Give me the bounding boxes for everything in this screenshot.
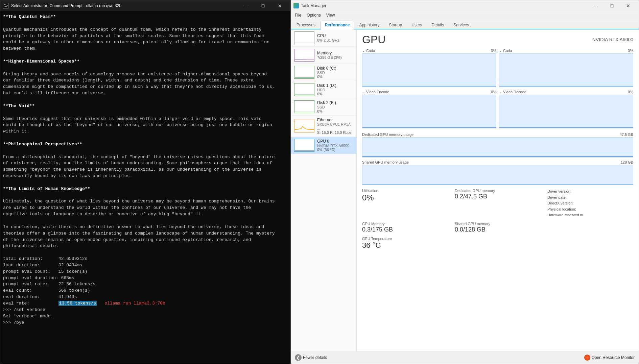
memory-value: 7/256 GB (3%) xyxy=(317,55,353,59)
cmd-maximize-button[interactable]: □ xyxy=(255,0,271,11)
cmd-minimize-button[interactable]: ─ xyxy=(238,0,254,11)
disk0-value: 0% xyxy=(317,75,353,79)
sidebar-item-gpu0[interactable]: GPU 0 NVIDIA RTX A6000 0% (36 °C) xyxy=(291,137,356,154)
resource-monitor-icon xyxy=(584,355,590,361)
stats-grid: Utilisation 0% Dedicated GPU memory 0.2/… xyxy=(362,189,633,249)
tm-menubar: File Options View xyxy=(291,11,639,19)
tm-main: CPU 0% 2.81 GHz Memory 7/256 GB (3%) xyxy=(291,29,639,351)
detail-model: NVIDIA RTX A6000 xyxy=(592,37,633,42)
chevron-icon-left: ⌄ xyxy=(362,49,365,53)
disk0-sub: SSD xyxy=(317,71,353,75)
cuda-chart-right xyxy=(499,53,633,87)
open-resource-monitor-button[interactable]: Open Resource Monitor xyxy=(584,355,635,361)
fewer-details-icon: ❮ xyxy=(295,354,302,361)
physical-location-label: Physical location: xyxy=(547,207,633,213)
dedicated-mem-label-text: Dedicated GPU memory usage xyxy=(362,132,413,137)
stat-shared-gpu-memory: Shared GPU memory 0.0/128 GB xyxy=(455,222,541,233)
tm-title-left: Task Manager xyxy=(293,3,326,8)
tm-bottombar: ❮ Fewer details Open Resource Monitor xyxy=(291,351,639,364)
gpu0-name: GPU 0 xyxy=(317,139,353,144)
shared-gpu-memory-value: 0.0/128 GB xyxy=(455,226,541,233)
memory-name: Memory xyxy=(317,51,353,55)
cpu-name: CPU xyxy=(317,33,353,38)
cuda-graphs-grid: ⌄ Cuda 0% ⌄ xyxy=(362,49,633,87)
menu-view[interactable]: View xyxy=(324,12,338,18)
cmd-close-button[interactable]: ✕ xyxy=(272,0,288,11)
stat-utilisation: Utilisation 0% xyxy=(362,189,448,218)
cuda-chart-left xyxy=(362,53,496,87)
dedicated-mem-chart xyxy=(362,137,633,157)
driver-date-label: Driver date: xyxy=(547,195,633,201)
ethernet-name: Ethernet xyxy=(317,118,353,122)
tm-sidebar: CPU 0% 2.81 GHz Memory 7/256 GB (3%) xyxy=(291,29,357,351)
cuda-label-text-right: Cuda xyxy=(503,49,512,53)
cmd-content[interactable]: **The Quantum Foam** Quantum mechanics i… xyxy=(0,11,290,364)
cpu-value: 0% 2.81 GHz xyxy=(317,38,353,42)
cuda-label-left: ⌄ Cuda 0% xyxy=(362,49,496,53)
gpu-memory-value: 0.3/175 GB xyxy=(362,226,448,233)
cuda-pct-right: 0% xyxy=(628,49,633,53)
cpu-mini-chart xyxy=(294,31,314,44)
stat-gpu-temp: GPU Temperature 36 °C xyxy=(362,237,448,249)
menu-file[interactable]: File xyxy=(292,12,304,18)
disk1-name: Disk 1 (D:) xyxy=(317,83,353,88)
cmd-app-icon: C> xyxy=(3,3,8,8)
dedicated-mem-stat-value: 0.2/47.5 GB xyxy=(455,193,541,200)
tab-processes[interactable]: Processes xyxy=(292,21,320,29)
tm-minimize-button[interactable]: ─ xyxy=(588,1,604,10)
sidebar-item-disk2[interactable]: Disk 2 (E:) SSD 0% xyxy=(291,98,356,116)
task-manager-window: Task Manager ─ □ ✕ File Options View Pro… xyxy=(291,0,639,364)
encode-chevron-icon: ⌄ xyxy=(362,90,365,94)
gpu-temp-label: GPU Temperature xyxy=(362,237,448,241)
cmd-title-left: C> Select Administrator: Command Prompt … xyxy=(3,3,121,8)
utilisation-label: Utilisation xyxy=(362,189,448,193)
svg-rect-2 xyxy=(499,54,633,87)
sidebar-item-disk0[interactable]: Disk 0 (C:) SSD 0% xyxy=(291,64,356,81)
open-resource-monitor-label: Open Resource Monitor xyxy=(592,355,635,360)
sidebar-item-cpu[interactable]: CPU 0% 2.81 GHz xyxy=(291,29,356,47)
disk1-value: 0% xyxy=(317,92,353,96)
disk0-name: Disk 0 (C:) xyxy=(317,66,353,71)
dedicated-mem-section: Dedicated GPU memory usage 47.5 GB xyxy=(362,132,633,157)
shared-mem-label: Shared GPU memory usage 128 GB xyxy=(362,160,633,164)
shared-mem-size: 128 GB xyxy=(621,160,633,164)
ethernet-value: S: 16.0 R: 16.0 Kbps xyxy=(317,130,353,135)
menu-options[interactable]: Options xyxy=(304,12,323,18)
svg-rect-10 xyxy=(362,165,633,185)
tab-performance[interactable]: Performance xyxy=(321,21,354,29)
stat-driver-info: Driver version: Driver date: DirectX ver… xyxy=(547,189,633,218)
disk0-sidebar-info: Disk 0 (C:) SSD 0% xyxy=(317,66,353,79)
decode-chart xyxy=(499,95,633,128)
cmd-titlebar: C> Select Administrator: Command Prompt … xyxy=(0,0,290,11)
tab-startup[interactable]: Startup xyxy=(384,21,406,29)
tab-services[interactable]: Services xyxy=(449,21,473,29)
dedicated-mem-label: Dedicated GPU memory usage 47.5 GB xyxy=(362,132,633,137)
fewer-details-button[interactable]: ❮ Fewer details xyxy=(295,354,327,361)
gpu0-value: 0% (36 °C) xyxy=(317,148,353,152)
sidebar-item-disk1[interactable]: Disk 1 (D:) HDD 0% xyxy=(291,81,356,98)
memory-sidebar-info: Memory 7/256 GB (3%) xyxy=(317,51,353,59)
tm-titlebar: Task Manager ─ □ ✕ xyxy=(291,0,639,11)
disk1-sub: HDD xyxy=(317,88,353,92)
tm-close-button[interactable]: ✕ xyxy=(620,1,636,10)
gpu0-sub: NVIDIA RTX A6000 xyxy=(317,144,353,148)
ethernet-sidebar-info: Ethernet SXB3A CPU1 RP1A ... S: 16.0 R: … xyxy=(317,118,353,135)
cuda-graph-left: ⌄ Cuda 0% xyxy=(362,49,496,87)
decode-label-text: Video Decode xyxy=(503,90,526,94)
svg-rect-8 xyxy=(362,138,633,157)
svg-rect-4 xyxy=(362,95,496,128)
cuda-label-text-left: Cuda xyxy=(366,49,375,53)
tab-users[interactable]: Users xyxy=(407,21,426,29)
shared-mem-chart xyxy=(362,165,633,185)
tm-maximize-button[interactable]: □ xyxy=(604,1,620,10)
cmd-text-block: **The Quantum Foam** Quantum mechanics i… xyxy=(3,14,288,326)
sidebar-item-memory[interactable]: Memory 7/256 GB (3%) xyxy=(291,47,356,64)
tab-details[interactable]: Details xyxy=(427,21,448,29)
disk1-mini-chart xyxy=(294,83,314,96)
tm-app-icon xyxy=(293,3,299,8)
stat-dedicated-mem: Dedicated GPU memory 0.2/47.5 GB xyxy=(455,189,541,218)
tab-app-history[interactable]: App history xyxy=(355,21,384,29)
encode-label: ⌄ Video Encode 0% xyxy=(362,90,496,94)
sidebar-item-ethernet[interactable]: Ethernet SXB3A CPU1 RP1A ... S: 16.0 R: … xyxy=(291,116,356,137)
svg-rect-6 xyxy=(499,95,633,128)
